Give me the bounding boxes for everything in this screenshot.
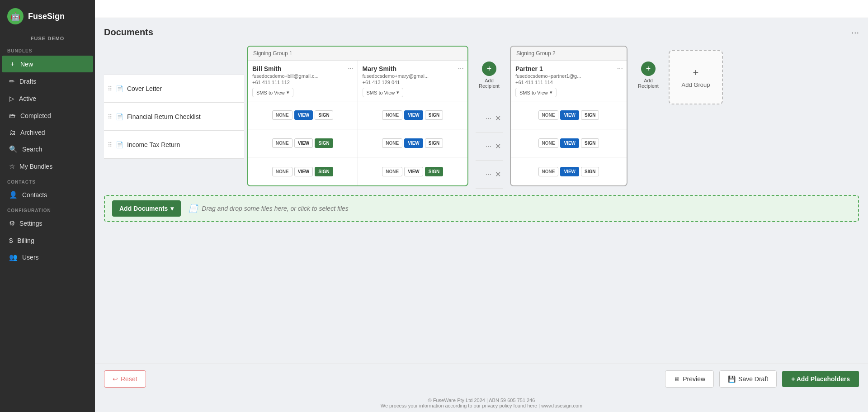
footer-line1: © FuseWare Pty Ltd 2024 | ABN 59 605 751… xyxy=(99,398,864,403)
doc-file-icon: 📄 xyxy=(116,85,123,92)
sidebar-item-billing[interactable]: $ Billing xyxy=(2,232,93,248)
drag-handle-icon[interactable]: ⠿ xyxy=(108,85,112,92)
add-recipient-label-group2: AddRecipient xyxy=(638,78,659,89)
row-close-button-income[interactable]: ✕ xyxy=(495,170,501,179)
action-cell-partner1-financial: NONE VIEW SIGN xyxy=(511,129,627,157)
sms-view-button-mary[interactable]: SMS to View ▾ xyxy=(363,88,404,97)
recipient-card-bill: ··· Bill Smith fusedocsdemo+bill@gmail.c… xyxy=(248,61,358,101)
sign-button[interactable]: SIGN xyxy=(581,167,599,176)
sidebar-item-users[interactable]: 👥 Users xyxy=(2,249,93,265)
sidebar-item-label-contacts: Contacts xyxy=(22,191,47,199)
add-documents-bar[interactable]: Add Documents ▾ 📄 Drag and drop some fil… xyxy=(104,195,859,222)
save-draft-button[interactable]: 💾 Save Draft xyxy=(719,370,777,388)
view-button[interactable]: VIEW xyxy=(560,138,579,148)
reset-button[interactable]: ↩ Reset xyxy=(104,370,146,388)
action-row-cover-letter-group1: NONE VIEW SIGN NONE VIEW SIGN xyxy=(248,101,467,129)
sms-view-button-bill[interactable]: SMS to View ▾ xyxy=(252,88,293,97)
sign-button[interactable]: SIGN xyxy=(425,110,443,120)
recipient-email-bill: fusedocsdemo+bill@gmail.c... xyxy=(252,73,353,79)
sms-label-bill: SMS to View xyxy=(256,90,285,95)
recipient-name-partner1: Partner 1 xyxy=(515,65,622,72)
sidebar-item-completed[interactable]: 🗁 Completed xyxy=(2,108,93,123)
drag-handle-icon[interactable]: ⠿ xyxy=(108,113,112,120)
sidebar-item-archived[interactable]: 🗂 Archived xyxy=(2,124,93,140)
sign-button[interactable]: SIGN xyxy=(315,167,333,176)
preview-button[interactable]: 🖥 Preview xyxy=(665,370,714,388)
recipient-name-mary: Mary Smith xyxy=(363,65,463,72)
sign-button[interactable]: SIGN xyxy=(581,110,599,120)
signing-group-2: Signing Group 2 ··· Partner 1 fusedocsde… xyxy=(510,46,627,186)
none-button[interactable]: NONE xyxy=(382,110,402,120)
recipient-menu-bill[interactable]: ··· xyxy=(348,64,354,72)
add-group-button[interactable]: + Add Group xyxy=(669,50,723,104)
none-button[interactable]: NONE xyxy=(538,138,559,148)
sign-button[interactable]: SIGN xyxy=(315,138,333,148)
sidebar-item-contacts[interactable]: 👤 Contacts xyxy=(2,187,93,203)
drag-handle-icon[interactable]: ⠿ xyxy=(108,141,112,148)
logo-text: FuseSign xyxy=(28,12,65,21)
documents-header: Documents ··· xyxy=(104,27,859,38)
sidebar-item-search[interactable]: 🔍 Search xyxy=(2,141,93,157)
view-button[interactable]: VIEW xyxy=(404,167,423,176)
none-button[interactable]: NONE xyxy=(272,167,292,176)
reset-label: Reset xyxy=(121,375,137,383)
sign-button[interactable]: SIGN xyxy=(581,138,599,148)
add-recipient-col-group2: + AddRecipient xyxy=(630,46,666,189)
view-button[interactable]: VIEW xyxy=(404,138,423,148)
top-bar xyxy=(95,0,868,18)
add-recipient-plus-icon: + xyxy=(482,62,496,76)
sidebar-item-drafts[interactable]: ✏ Drafts xyxy=(2,73,93,90)
row-close-button-financial[interactable]: ✕ xyxy=(495,142,501,151)
none-button[interactable]: NONE xyxy=(538,167,559,176)
add-recipient-plus-icon-g2: + xyxy=(641,62,656,76)
add-recipient-button-group2[interactable]: + AddRecipient xyxy=(632,46,664,104)
table-row: ⠿ 📄 Financial Return Checklist xyxy=(104,103,244,131)
view-button[interactable]: VIEW xyxy=(404,110,423,120)
none-button[interactable]: NONE xyxy=(272,110,292,120)
sidebar-item-settings[interactable]: ⚙ Settings xyxy=(2,215,93,232)
action-cell-partner1-income: NONE VIEW SIGN xyxy=(511,157,627,185)
none-button[interactable]: NONE xyxy=(382,138,402,148)
group-1-header: Signing Group 1 xyxy=(248,47,467,61)
view-button[interactable]: VIEW xyxy=(294,138,313,148)
sign-button[interactable]: SIGN xyxy=(425,167,443,176)
action-cell-mary-income: NONE VIEW SIGN xyxy=(358,157,468,185)
row-more-button-income[interactable]: ··· xyxy=(486,170,491,179)
add-placeholders-label: + Add Placeholders xyxy=(791,375,850,383)
add-documents-button[interactable]: Add Documents ▾ xyxy=(112,200,181,217)
sidebar-item-label-search: Search xyxy=(22,146,42,153)
sms-view-button-partner1[interactable]: SMS to View ▾ xyxy=(515,88,557,97)
sidebar-item-my-bundles[interactable]: ☆ My Bundles xyxy=(2,158,93,175)
row-close-button-cover[interactable]: ✕ xyxy=(495,114,501,123)
footer-actions: ↩ Reset 🖥 Preview 💾 Save Draft + Add Pla… xyxy=(95,364,868,394)
chevron-down-icon: ▾ xyxy=(170,205,174,212)
recipient-menu-mary[interactable]: ··· xyxy=(458,64,464,72)
row-more-button-cover[interactable]: ··· xyxy=(486,114,491,123)
active-icon: ▷ xyxy=(9,95,14,103)
view-button[interactable]: VIEW xyxy=(560,167,579,176)
none-button[interactable]: NONE xyxy=(538,110,559,120)
recipients-row-group2: ··· Partner 1 fusedocsdemo+partner1@g...… xyxy=(511,61,627,101)
add-group-label: Add Group xyxy=(682,81,710,88)
view-button[interactable]: VIEW xyxy=(294,167,313,176)
sidebar-item-active[interactable]: ▷ Active xyxy=(2,90,93,107)
recipient-email-mary: fusedocsdemo+mary@gmai... xyxy=(363,73,463,79)
row-more-button-financial[interactable]: ··· xyxy=(486,142,491,151)
none-button[interactable]: NONE xyxy=(382,167,402,176)
side-action-cover: ··· ✕ xyxy=(476,104,503,133)
view-button[interactable]: VIEW xyxy=(560,110,579,120)
add-placeholders-button[interactable]: + Add Placeholders xyxy=(782,371,859,387)
sidebar: 🤖 FuseSign FUSE DEMO BUNDLES ＋ New ✏ Dra… xyxy=(0,0,95,412)
documents-more-button[interactable]: ··· xyxy=(851,27,859,38)
view-button[interactable]: VIEW xyxy=(294,110,313,120)
sign-button[interactable]: SIGN xyxy=(315,110,333,120)
recipient-menu-partner1[interactable]: ··· xyxy=(617,64,623,72)
sidebar-item-label-users: Users xyxy=(22,254,39,261)
page-title: Documents xyxy=(104,27,153,38)
sign-button[interactable]: SIGN xyxy=(425,138,443,148)
preview-icon: 🖥 xyxy=(674,375,680,383)
none-button[interactable]: NONE xyxy=(272,138,292,148)
drop-area-text: 📄 Drag and drop some files here, or clic… xyxy=(188,204,348,213)
sidebar-item-new[interactable]: ＋ New xyxy=(2,56,93,72)
add-recipient-button-group1[interactable]: + AddRecipient xyxy=(473,46,505,104)
